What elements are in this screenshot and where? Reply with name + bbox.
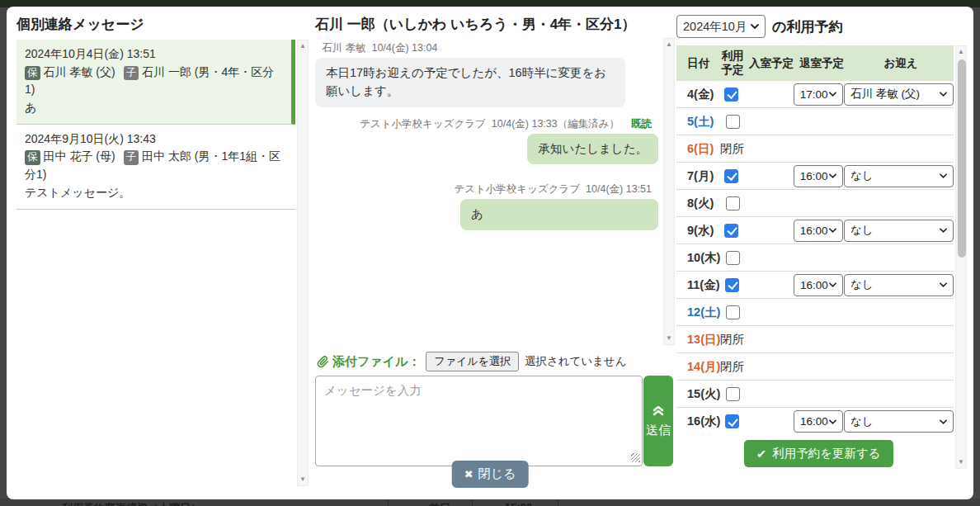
month-select[interactable]: 2024年10月 [676, 15, 766, 38]
row-date: 16(水) [676, 414, 718, 429]
background-cell: 15:00 [505, 501, 532, 506]
message-item-preview: あ [25, 99, 283, 117]
leave-time-select[interactable]: 16:00 [794, 220, 843, 242]
chevron-down-icon [829, 282, 836, 287]
message-item-people: 保田中 花子 (母) 子田中 太郎 (男・1年1組・区分1) [25, 148, 287, 183]
chat-time: 10/4(金) 13:33（編集済み） [492, 118, 620, 130]
update-reservation-button[interactable]: ✔ 利用予約を更新する [744, 440, 893, 467]
paperclip-icon [317, 355, 329, 368]
chevron-down-icon [829, 228, 836, 233]
chat-time: 10/4(金) 13:51 [586, 183, 652, 195]
reservation-header: 2024年10月 の利用予約 [676, 15, 967, 38]
pickup-select[interactable]: なし [844, 410, 954, 433]
chat-bubble: 本日17時お迎えの予定でしたが、16時半に変更をお願いします。 [315, 58, 625, 107]
message-input[interactable] [315, 376, 643, 466]
pickup-select[interactable]: なし [844, 274, 954, 296]
chevron-down-icon [751, 24, 759, 29]
reservation-title: の利用予約 [772, 17, 842, 36]
chat-scroll-area: 石川 孝敏 10/4(金) 13:04 本日17時お迎えの予定でしたが、16時半… [315, 38, 675, 345]
row-date: 5(土) [676, 114, 718, 130]
leave-time-select[interactable]: 16:00 [794, 410, 843, 433]
chat-sender: テスト小学校キッズクラブ [454, 183, 580, 195]
reservation-row: 6(日) 閉所 [676, 135, 954, 163]
message-dialog: 個別連絡メッセージ 2024年10月4日(金) 13:51 保石川 孝敏 (父)… [7, 7, 973, 499]
pickup-select[interactable]: なし [844, 220, 954, 242]
use-checkbox[interactable] [724, 169, 738, 183]
row-date: 6(日) [676, 141, 718, 157]
reservation-row: 10(木) [676, 244, 954, 272]
attachment-row: 添付ファイル： ファイルを選択 選択されていません [317, 352, 627, 371]
scroll-up-icon[interactable]: ▲ [666, 39, 672, 50]
use-checkbox[interactable] [724, 87, 738, 102]
chat-message-meta: テスト小学校キッズクラブ 10/4(金) 13:33（編集済み）既読 [360, 117, 652, 131]
leave-time-select[interactable]: 16:00 [794, 274, 843, 296]
reservation-scrollbar[interactable]: ▲ ▼ [955, 45, 967, 469]
use-checkbox[interactable] [725, 414, 739, 428]
reservation-row: 12(土) [676, 299, 954, 326]
chat-message-sent: テスト小学校キッズクラブ 10/4(金) 13:33（編集済み）既読 承知いたし… [315, 117, 658, 165]
chevron-down-icon [940, 228, 947, 233]
reservation-row: 4(金) 17:00 石川 孝敏 (父) [676, 81, 954, 108]
message-list-item[interactable]: 2024年10月4日(金) 13:51 保石川 孝敏 (父) 子石川 一郎 (男… [16, 40, 295, 125]
use-checkbox[interactable] [724, 224, 738, 238]
chat-message-sent: テスト小学校キッズクラブ 10/4(金) 13:51 あ [315, 182, 658, 230]
chevron-down-icon [940, 282, 947, 287]
child-badge: 子 [124, 150, 139, 165]
chevron-down-icon [829, 419, 836, 424]
chevron-down-icon [829, 92, 836, 97]
send-button[interactable]: 送信 [643, 376, 673, 466]
guardian-name: 田中 花子 (母) [44, 149, 115, 163]
close-button[interactable]: ✖ 閉じる [452, 461, 529, 488]
guardian-name: 石川 孝敏 (父) [44, 65, 115, 78]
message-list-scrollbar[interactable]: ▲ ▼ [297, 40, 309, 486]
background-divider [388, 499, 389, 506]
reservation-row: 9(水) 16:00 なし [676, 217, 954, 244]
close-button-label: 閉じる [478, 466, 516, 482]
chat-title: 石川 一郎（いしかわ いちろう・男・4年・区分1） [315, 15, 675, 34]
close-icon: ✖ [464, 468, 474, 480]
scroll-up-icon[interactable]: ▲ [299, 40, 306, 52]
pickup-select[interactable]: なし [844, 165, 954, 187]
use-checkbox[interactable] [726, 115, 740, 129]
leave-time-select[interactable]: 17:00 [794, 83, 843, 106]
message-list-title: 個別連絡メッセージ [16, 15, 309, 34]
scroll-down-icon[interactable]: ▼ [958, 456, 964, 468]
pickup-select[interactable]: 石川 孝敏 (父) [844, 83, 954, 106]
background-page: 利用予約変更締切（土曜日） 前日 15:00 [0, 499, 980, 506]
row-date: 8(火) [676, 196, 718, 211]
chat-message-meta: 石川 孝敏 10/4(金) 13:04 [322, 41, 437, 55]
scrollbar-thumb[interactable] [958, 59, 966, 258]
update-button-label: 利用予約を更新する [772, 446, 881, 461]
chat-panel: 石川 一郎（いしかわ いちろう・男・4年・区分1） 石川 孝敏 10/4(金) … [315, 15, 675, 486]
chat-sender: テスト小学校キッズクラブ [360, 118, 486, 130]
row-date: 4(金) [676, 87, 717, 102]
row-date: 13(日) [676, 332, 718, 348]
row-date: 7(月) [676, 168, 717, 184]
use-checkbox[interactable] [726, 387, 740, 401]
choose-file-button[interactable]: ファイルを選択 [426, 352, 519, 371]
reservation-row: 8(火) [676, 190, 954, 217]
column-use: 利用予定 [718, 50, 747, 78]
scroll-up-icon[interactable]: ▲ [958, 46, 964, 58]
chevron-down-icon [829, 173, 836, 178]
message-list-item[interactable]: 2024年9月10日(火) 13:43 保田中 花子 (母) 子田中 太郎 (男… [16, 125, 295, 210]
use-checkbox[interactable] [726, 196, 740, 210]
month-select-value: 2024年10月 [683, 19, 747, 35]
chat-scrollbar[interactable]: ▲ ▼ [663, 38, 675, 345]
guardian-badge: 保 [25, 66, 40, 81]
column-leave: 退室予定 [795, 56, 848, 71]
scroll-down-icon[interactable]: ▼ [299, 474, 306, 485]
background-deadline-text: 利用予約変更締切（土曜日） [62, 501, 201, 506]
message-item-people: 保石川 孝敏 (父) 子石川 一郎 (男・4年・区分1) [25, 64, 283, 99]
leave-time-select[interactable]: 16:00 [794, 165, 843, 187]
scroll-down-icon[interactable]: ▼ [666, 333, 672, 344]
column-enter: 入室予定 [747, 56, 795, 71]
use-checkbox[interactable] [726, 305, 740, 319]
message-list: 2024年10月4日(金) 13:51 保石川 孝敏 (父) 子石川 一郎 (男… [16, 40, 309, 486]
row-date: 15(火) [676, 386, 718, 402]
chat-message-meta: テスト小学校キッズクラブ 10/4(金) 13:51 [454, 182, 652, 196]
reservation-row: 14(月) 閉所 [676, 353, 954, 381]
use-checkbox[interactable] [726, 251, 740, 265]
use-checkbox[interactable] [725, 278, 739, 292]
closed-label: 閉所 [720, 141, 744, 157]
